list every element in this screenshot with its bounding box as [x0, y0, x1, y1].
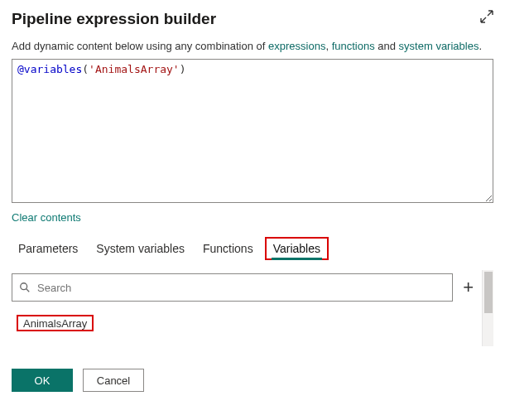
- help-text-prefix: Add dynamic content below using any comb…: [12, 40, 268, 52]
- search-box[interactable]: [12, 273, 453, 302]
- clear-contents-link[interactable]: Clear contents: [12, 211, 81, 224]
- search-input[interactable]: [36, 281, 445, 295]
- svg-point-0: [21, 283, 27, 290]
- search-icon: [19, 282, 31, 293]
- scrollbar-thumb[interactable]: [484, 272, 493, 313]
- tab-parameters[interactable]: Parameters: [18, 242, 78, 258]
- tabs: Parameters System variables Functions Va…: [12, 242, 493, 258]
- help-text: Add dynamic content below using any comb…: [12, 40, 493, 52]
- expand-icon[interactable]: [480, 10, 493, 26]
- link-system-variables[interactable]: system variables: [399, 40, 479, 52]
- scrollbar[interactable]: [482, 270, 493, 346]
- svg-line-1: [26, 289, 30, 292]
- link-expressions[interactable]: expressions: [268, 40, 325, 52]
- ok-button[interactable]: OK: [12, 369, 73, 392]
- tab-functions[interactable]: Functions: [203, 242, 253, 258]
- variable-item-animalsarray[interactable]: AnimalsArray: [17, 315, 94, 331]
- link-functions[interactable]: functions: [332, 40, 375, 52]
- add-button[interactable]: +: [459, 277, 477, 298]
- page-title: Pipeline expression builder: [12, 10, 216, 28]
- cancel-button[interactable]: Cancel: [83, 369, 144, 392]
- variables-list: AnimalsArray: [12, 315, 482, 334]
- expression-editor[interactable]: @variables('AnimalsArray'): [12, 59, 493, 203]
- tab-variables[interactable]: Variables: [272, 242, 322, 258]
- tab-system-variables[interactable]: System variables: [96, 242, 185, 258]
